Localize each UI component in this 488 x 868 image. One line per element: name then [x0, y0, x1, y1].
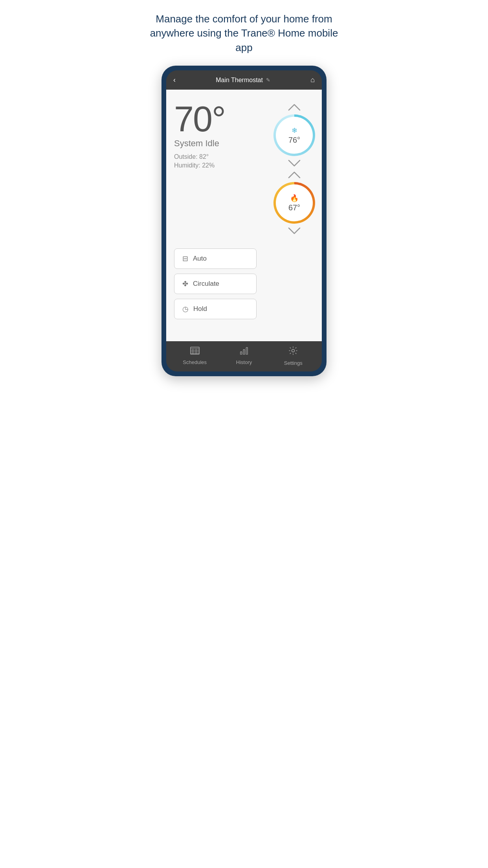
- heat-increase-button[interactable]: [286, 169, 303, 181]
- history-icon: [239, 347, 249, 357]
- settings-nav-label: Settings: [284, 360, 303, 366]
- circulate-label: Circulate: [193, 280, 219, 288]
- thermostat-name: Main Thermostat: [216, 77, 263, 84]
- cool-setpoint-value: 76°: [288, 136, 300, 145]
- controls-section: ⊟ Auto ✤ Circulate ◷ Hold: [174, 248, 314, 319]
- heat-inner: 🔥 67°: [276, 184, 313, 221]
- edit-icon[interactable]: ✎: [266, 77, 270, 83]
- current-temperature: 70°: [174, 101, 225, 137]
- history-nav-label: History: [236, 359, 252, 365]
- cool-decrease-button[interactable]: [286, 157, 303, 169]
- bottom-nav: Schedules History: [166, 341, 322, 371]
- nav-item-history[interactable]: History: [219, 347, 268, 365]
- hold-icon: ◷: [182, 305, 189, 313]
- schedules-nav-label: Schedules: [183, 359, 207, 365]
- headline: Manage the comfort of your home from any…: [146, 12, 342, 55]
- svg-rect-8: [243, 349, 245, 355]
- header-bar: ‹ Main Thermostat ✎ ⌂: [166, 70, 322, 90]
- auto-icon: ⊟: [182, 254, 188, 263]
- heat-decrease-button[interactable]: [286, 225, 303, 237]
- outside-info: Outside: 82° Humidity: 22%: [174, 153, 225, 169]
- auto-button[interactable]: ⊟ Auto: [174, 248, 257, 269]
- circulate-icon: ✤: [182, 280, 188, 288]
- right-panel: ❄ 76°: [275, 101, 314, 237]
- schedules-icon: [190, 347, 200, 357]
- snowflake-icon: ❄: [292, 126, 297, 135]
- humidity: Humidity: 22%: [174, 162, 225, 169]
- header-title-group: Main Thermostat ✎: [216, 77, 270, 84]
- heat-setpoint-circle: 🔥 67°: [275, 183, 314, 223]
- hold-label: Hold: [193, 305, 207, 313]
- system-status: System Idle: [174, 138, 225, 149]
- auto-label: Auto: [193, 255, 207, 263]
- heat-setpoint-value: 67°: [288, 203, 300, 212]
- hold-button[interactable]: ◷ Hold: [174, 299, 257, 319]
- circulate-button[interactable]: ✤ Circulate: [174, 274, 257, 294]
- phone-frame: ‹ Main Thermostat ✎ ⌂ 70° System Idle Ou…: [161, 66, 327, 376]
- cool-setpoint-circle: ❄ 76°: [275, 116, 314, 155]
- heat-temp-group: 🔥 67°: [275, 169, 314, 237]
- cool-inner: ❄ 76°: [276, 117, 313, 154]
- settings-icon: [288, 346, 298, 358]
- outside-temp: Outside: 82°: [174, 153, 225, 160]
- svg-rect-0: [191, 347, 199, 354]
- svg-point-10: [292, 349, 295, 352]
- nav-item-schedules[interactable]: Schedules: [170, 347, 219, 365]
- back-button[interactable]: ‹: [173, 76, 176, 84]
- flame-icon: 🔥: [290, 194, 299, 202]
- svg-rect-9: [246, 348, 248, 355]
- left-panel: 70° System Idle Outside: 82° Humidity: 2…: [174, 101, 225, 169]
- cool-increase-button[interactable]: [286, 101, 303, 113]
- temperature-section: 70° System Idle Outside: 82° Humidity: 2…: [174, 101, 314, 237]
- nav-item-settings[interactable]: Settings: [269, 346, 318, 366]
- main-content: 70° System Idle Outside: 82° Humidity: 2…: [166, 90, 322, 341]
- home-icon[interactable]: ⌂: [310, 76, 315, 84]
- svg-rect-7: [240, 352, 242, 355]
- cool-temp-group: ❄ 76°: [275, 101, 314, 169]
- phone-screen: ‹ Main Thermostat ✎ ⌂ 70° System Idle Ou…: [166, 70, 322, 371]
